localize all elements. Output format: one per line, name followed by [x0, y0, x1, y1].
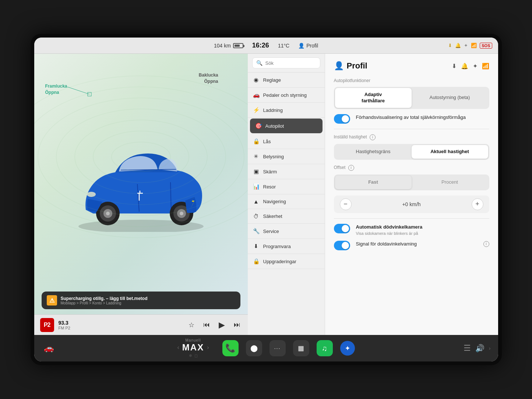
car-home-button[interactable]: 🚗 [42, 341, 56, 355]
notification-title: Supercharging otillg. – lägg till bet.me… [61, 296, 148, 301]
nav-item-pedaler[interactable]: 🚗 Pedaler och styrning [248, 88, 325, 103]
svg-point-1 [93, 131, 189, 183]
framlucka-text: Framlucka Öppna [45, 83, 67, 96]
baklucka-text: Baklucka Öppna [199, 72, 218, 85]
phone-icon: 📞 [225, 343, 235, 353]
play-button[interactable]: ▶ [217, 319, 226, 331]
nav-label-reglage: Reglage [263, 77, 281, 83]
skarm-icon: ▣ [253, 168, 260, 175]
settings-nav: 🔍 ◉ Reglage 🚗 Pedaler och styrning ⚡ Lad… [248, 54, 325, 335]
belysning-icon: ✳ [253, 153, 260, 160]
speed-minus-button[interactable]: − [340, 198, 352, 210]
hamburger-menu-button[interactable]: ☰ [464, 343, 471, 353]
forhandsvisualisering-toggle[interactable] [334, 114, 350, 124]
bluetooth-app-icon: ✦ [345, 345, 350, 352]
notification-banner[interactable]: ⚠ Supercharging otillg. – lägg till bet.… [42, 292, 240, 309]
search-container[interactable]: 🔍 [252, 57, 320, 68]
nav-item-resor[interactable]: 📊 Resor [248, 179, 325, 194]
nav-label-uppgraderingar: Uppgraderingar [263, 259, 296, 264]
screen-inner: 104 km 16:26 11°C 👤 Profil ⬇ 🔔 ✦ 📶 SOS [34, 38, 498, 361]
taskbar-left: 🚗 [42, 341, 56, 355]
instald-hastighet-info[interactable]: i [370, 134, 376, 140]
climate-icon: ❄ [189, 353, 192, 358]
bell-button[interactable]: 🔔 [461, 63, 468, 70]
offset-toggle: Fast Procent [334, 174, 489, 190]
svg-point-5 [34, 87, 248, 227]
status-profile[interactable]: 👤 Profil [298, 43, 318, 49]
drive-mode-next[interactable]: › [207, 344, 209, 351]
dodvinkelkamera-subtitle: Visa sidokamera när blinkers är på [356, 231, 489, 236]
notification-subtitle: Mobilapp > Profil > Konto > Laddning [61, 301, 148, 305]
instald-hastighet-title: Inställd hastighet i [334, 134, 489, 140]
nav-item-sakerhet[interactable]: ⏱ Säkerhet [248, 209, 325, 224]
next-button[interactable]: ⏭ [232, 319, 242, 330]
drive-mode-display: Manuell ‹ MAX › ❄ ◻ [177, 338, 209, 358]
offset-info[interactable]: i [348, 165, 354, 171]
nav-item-uppgraderingar[interactable]: 🔒 Uppgraderingar [248, 254, 325, 269]
nav-item-belysning[interactable]: ✳ Belysning [248, 149, 325, 164]
doldavinkel-info[interactable]: i [483, 241, 489, 247]
forhandsvisualisering-label: Förhandsvisualisering av total självkörn… [356, 114, 489, 121]
autopilot-mode-toggle: Adaptivfarthållare Autostyrning (beta) [334, 87, 489, 109]
nav-item-programvara[interactable]: ⬇ Programvara [248, 239, 325, 254]
spotify-app[interactable]: ♫ [317, 340, 333, 356]
spotify-icon: ♫ [322, 344, 327, 353]
menu-app[interactable]: ··· [269, 340, 286, 356]
fast-button[interactable]: Fast [335, 176, 412, 189]
left-panel: .wave { fill: none; stroke: #90c090; str… [34, 54, 248, 335]
nav-label-resor: Resor [263, 184, 276, 190]
status-bar: 104 km 16:26 11°C 👤 Profil ⬇ 🔔 ✦ 📶 SOS [34, 38, 498, 54]
bluetooth-app[interactable]: ✦ [340, 341, 355, 356]
panel-header-icons: ⬇ 🔔 ✦ 📶 [452, 63, 489, 70]
signal-button[interactable]: 📶 [482, 63, 489, 70]
radio-info: 93.3 FM P2 [59, 320, 183, 330]
bluetooth-button[interactable]: ✦ [473, 63, 478, 70]
nav-item-laddning[interactable]: ⚡ Laddning [248, 103, 325, 118]
divider-1 [334, 129, 489, 129]
nav-label-autopilot: Autopilot [265, 123, 284, 129]
status-temp: 11°C [278, 43, 289, 49]
profile-label: Profil [306, 43, 318, 49]
screen-bezel: 104 km 16:26 11°C 👤 Profil ⬇ 🔔 ✦ 📶 SOS [31, 34, 502, 365]
drive-mode-prev[interactable]: ‹ [177, 344, 179, 351]
framlucka-label[interactable]: Framlucka Öppna [45, 83, 67, 96]
taskbar-right: ☰ 🔊 › [464, 343, 491, 353]
dodvinkelkamera-title: Automatisk dödvinkelkamera [356, 224, 489, 230]
autostyrning-button[interactable]: Autostyrning (beta) [412, 88, 488, 108]
prev-button[interactable]: ⏮ [202, 319, 211, 330]
dodvinkelkamera-toggle[interactable] [334, 224, 350, 233]
camera-app[interactable]: ⬤ [246, 340, 262, 356]
doldavinkel-toggle[interactable] [334, 241, 350, 250]
aktuell-hastighet-button[interactable]: Aktuell hastighet [412, 145, 488, 159]
nav-item-navigering[interactable]: ▲ Navigering [248, 194, 325, 209]
procent-button[interactable]: Procent [412, 176, 488, 189]
phone-app[interactable]: 📞 [222, 340, 239, 356]
svg-point-4 [38, 98, 244, 216]
speed-plus-button[interactable]: + [472, 198, 483, 210]
nav-label-pedaler: Pedaler och styrning [263, 92, 307, 98]
adaptiv-farthallare-button[interactable]: Adaptivfarthållare [335, 88, 412, 108]
dots-icon: ··· [274, 345, 281, 351]
nav-item-autopilot[interactable]: 🎯 Autopilot [250, 119, 323, 133]
hastighetsgrans-button[interactable]: Hastighetsgräns [335, 145, 412, 159]
search-input[interactable] [265, 60, 316, 66]
drive-mode-indicators: ❄ ◻ [177, 353, 209, 358]
nav-item-skarm[interactable]: ▣ Skärm [248, 164, 325, 179]
svg-point-3 [56, 109, 226, 205]
range-value: 104 km [214, 43, 231, 49]
download-button[interactable]: ⬇ [452, 63, 457, 70]
radio-station: FM P2 [59, 326, 183, 330]
divider-2 [334, 218, 489, 219]
search-bar: 🔍 [248, 54, 325, 73]
volume-button[interactable]: 🔊 [475, 344, 485, 353]
favorite-button[interactable]: ☆ [187, 319, 196, 331]
nav-item-las[interactable]: 🔒 Lås [248, 134, 325, 149]
grid-app[interactable]: ▦ [293, 340, 309, 356]
nav-item-reglage[interactable]: ◉ Reglage [248, 73, 325, 88]
bell-icon: 🔔 [455, 43, 461, 48]
svg-point-0 [112, 142, 170, 172]
sos-label[interactable]: SOS [480, 43, 492, 49]
baklucka-label[interactable]: Baklucka Öppna [199, 72, 218, 85]
nav-item-service[interactable]: 🔧 Service [248, 224, 325, 239]
framlucka-connector [67, 80, 97, 102]
